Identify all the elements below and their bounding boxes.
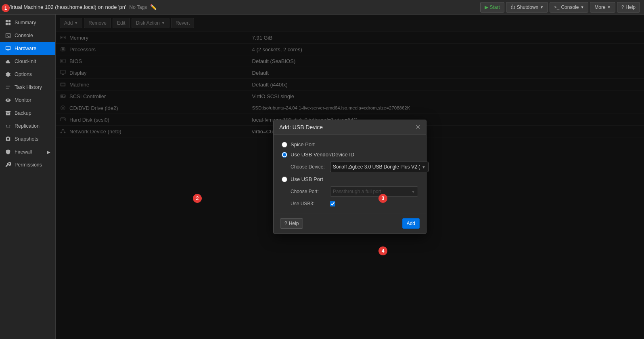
- content-area: Add ▼ Remove Edit Disk Action ▼ Revert: [56, 15, 644, 339]
- sidebar-item-task-history[interactable]: Task History: [0, 81, 55, 94]
- sidebar-item-summary[interactable]: Summary: [0, 16, 55, 29]
- spice-port-radio[interactable]: [282, 142, 287, 147]
- choose-port-label: Choose Port:: [291, 189, 327, 194]
- sidebar-item-hardware[interactable]: Hardware: [0, 42, 55, 55]
- dialog-help-button[interactable]: ? Help: [280, 218, 303, 229]
- choose-device-value: Sonoff Zigbee 3.0 USB Dongle Plus V2 (: [333, 164, 420, 170]
- power-icon: ⏻: [510, 4, 515, 10]
- sidebar-label-options: Options: [15, 72, 32, 77]
- sidebar-item-console[interactable]: Console: [0, 29, 55, 42]
- monitor-icon: [5, 45, 11, 52]
- shield-icon: [5, 149, 11, 155]
- eye-icon: [5, 97, 11, 103]
- step3-badge: 3: [378, 194, 387, 203]
- radio-usb-port[interactable]: Use USB Port: [282, 176, 418, 182]
- radio-spice-port[interactable]: Spice Port: [282, 141, 418, 147]
- sidebar-label-summary: Summary: [15, 20, 36, 25]
- svg-rect-2: [6, 23, 8, 25]
- start-icon: ▶: [485, 4, 488, 10]
- topbar-actions: ▶ Start ⏻ Shutdown ▼ >_ Console ▼ More ▼…: [480, 2, 640, 13]
- sidebar-label-backup: Backup: [15, 110, 31, 116]
- cloud-icon: [5, 58, 11, 65]
- spice-port-label: Spice Port: [291, 141, 315, 147]
- sidebar-item-backup[interactable]: Backup: [0, 107, 55, 120]
- help-circle-icon: ?: [284, 221, 287, 226]
- camera-icon: [5, 136, 11, 142]
- step1-badge: 1: [2, 4, 10, 12]
- list-icon: [5, 84, 11, 91]
- start-button[interactable]: ▶ Start: [480, 2, 504, 13]
- topbar: 1 Virtual Machine 102 (hass.home.local) …: [0, 0, 644, 15]
- archive-icon: [5, 110, 11, 116]
- sidebar-label-firewall: Firewall: [15, 149, 32, 155]
- step2-arrow: →: [194, 194, 202, 203]
- sidebar-item-permissions[interactable]: Permissions: [0, 158, 55, 171]
- vendor-device-label: Use USB Vendor/Device ID: [291, 152, 354, 158]
- dialog-header: Add: USB Device ✕: [274, 120, 426, 135]
- key-icon: [5, 162, 11, 168]
- choose-device-label: Choose Device:: [291, 164, 327, 170]
- sidebar-label-monitor: Monitor: [15, 97, 31, 103]
- terminal-icon: [5, 32, 11, 39]
- sidebar-item-monitor[interactable]: Monitor: [0, 94, 55, 107]
- sidebar-label-task-history: Task History: [15, 84, 42, 90]
- choose-port-placeholder: Passthrough a full port: [333, 189, 410, 194]
- console-button[interactable]: >_ Console ▼: [550, 2, 588, 13]
- radio-vendor-device[interactable]: Use USB Vendor/Device ID: [282, 152, 418, 158]
- sidebar-item-snapshots[interactable]: Snapshots: [0, 133, 55, 145]
- usb-port-radio[interactable]: [282, 177, 287, 182]
- sidebar-item-cloud-init[interactable]: Cloud-Init: [0, 55, 55, 68]
- sidebar-label-permissions: Permissions: [15, 162, 42, 168]
- choose-port-arrow-icon: ▼: [411, 190, 415, 194]
- dialog-close-button[interactable]: ✕: [415, 124, 420, 131]
- dialog-add-button[interactable]: Add: [402, 218, 420, 229]
- no-tags-label[interactable]: No Tags: [130, 4, 147, 10]
- gear-icon: [5, 71, 11, 78]
- main-layout: Summary Console Hardware Cloud-Init Opti: [0, 15, 644, 339]
- console-chevron-icon: ▼: [580, 5, 584, 9]
- sidebar-item-replication[interactable]: Replication: [0, 120, 55, 133]
- sidebar-label-hardware: Hardware: [15, 46, 36, 51]
- dialog-overlay: 2 → ← 3 ← 4 Add: USB Device ✕: [56, 15, 644, 339]
- refresh-icon: [5, 123, 11, 129]
- choose-port-row: Choose Port: Passthrough a full port ▼: [291, 186, 418, 197]
- vendor-device-radio[interactable]: [282, 152, 287, 158]
- use-usb3-checkbox[interactable]: [330, 201, 335, 206]
- sidebar-label-cloud-init: Cloud-Init: [15, 59, 36, 64]
- use-usb3-row: Use USB3:: [291, 201, 418, 206]
- console-icon: >_: [554, 4, 559, 10]
- step4-badge: 4: [378, 246, 387, 255]
- dialog-body: Spice Port Use USB Vendor/Device ID Choo…: [274, 135, 426, 213]
- grid-icon: [5, 19, 11, 26]
- window-title: 1 Virtual Machine 102 (hass.home.local) …: [4, 4, 476, 10]
- choose-device-select[interactable]: Sonoff Zigbee 3.0 USB Dongle Plus V2 ( ▼: [330, 162, 429, 172]
- more-chevron-icon: ▼: [607, 5, 611, 9]
- sidebar-item-options[interactable]: Options: [0, 68, 55, 81]
- usb-port-label: Use USB Port: [291, 176, 323, 182]
- sidebar-item-firewall[interactable]: Firewall ▶: [0, 145, 55, 158]
- choose-port-select[interactable]: Passthrough a full port ▼: [330, 186, 418, 197]
- svg-rect-0: [6, 20, 8, 22]
- choose-device-row: Choose Device: Sonoff Zigbee 3.0 USB Don…: [291, 162, 418, 172]
- add-usb-device-dialog: Add: USB Device ✕ Spice Port Use USB Ven…: [273, 120, 427, 234]
- sidebar-label-console: Console: [15, 33, 33, 38]
- more-button[interactable]: More ▼: [590, 2, 615, 13]
- firewall-chevron-icon: ▶: [47, 150, 50, 154]
- dialog-footer: ? Help Add: [274, 213, 426, 234]
- svg-rect-1: [8, 20, 10, 22]
- sidebar-label-snapshots: Snapshots: [15, 136, 38, 142]
- shutdown-button[interactable]: ⏻ Shutdown ▼: [506, 2, 548, 13]
- svg-rect-3: [8, 23, 10, 25]
- use-usb3-label: Use USB3:: [291, 201, 327, 206]
- shutdown-chevron-icon: ▼: [540, 5, 544, 9]
- help-button[interactable]: ? Help: [617, 2, 640, 13]
- edit-tags-icon[interactable]: ✏️: [150, 4, 157, 10]
- choose-device-arrow-icon: ▼: [422, 165, 426, 169]
- dialog-title: Add: USB Device: [279, 124, 323, 131]
- vm-title: Virtual Machine 102 (hass.home.local) on…: [7, 4, 126, 10]
- sidebar-label-replication: Replication: [15, 123, 40, 129]
- help-icon: ?: [621, 4, 624, 10]
- sidebar: Summary Console Hardware Cloud-Init Opti: [0, 15, 56, 339]
